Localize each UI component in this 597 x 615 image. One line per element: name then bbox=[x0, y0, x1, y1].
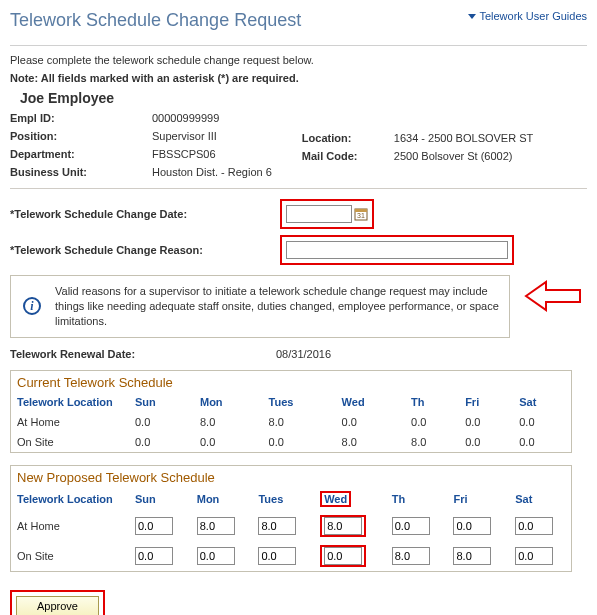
wed-header-highlight: Wed bbox=[320, 491, 351, 507]
schedule-cell bbox=[386, 541, 448, 571]
schedule-cell bbox=[191, 541, 253, 571]
col-header-location: Telework Location bbox=[11, 487, 129, 511]
current-schedule-table: Telework LocationSunMonTuesWedThFriSat A… bbox=[11, 392, 571, 452]
mail-code-label: Mail Code: bbox=[302, 150, 382, 162]
schedule-input[interactable] bbox=[453, 517, 491, 535]
empl-id-value: 00000999999 bbox=[152, 112, 272, 124]
col-header-th: Th bbox=[386, 487, 448, 511]
wed-cell-highlight bbox=[320, 515, 366, 537]
info-icon: i bbox=[23, 297, 41, 315]
schedule-input[interactable] bbox=[135, 517, 173, 535]
location-value: 1634 - 2500 BOLSOVER ST bbox=[394, 132, 533, 144]
col-header-sat: Sat bbox=[513, 392, 571, 412]
svg-marker-3 bbox=[526, 282, 580, 310]
col-header-fri: Fri bbox=[447, 487, 509, 511]
schedule-input[interactable] bbox=[258, 517, 296, 535]
section-divider bbox=[10, 188, 587, 189]
table-row: On Site bbox=[11, 541, 571, 571]
col-header-tues: Tues bbox=[252, 487, 314, 511]
page-title: Telework Schedule Change Request bbox=[10, 10, 301, 37]
schedule-input[interactable] bbox=[453, 547, 491, 565]
col-header-wed: Wed bbox=[314, 487, 386, 511]
col-header-fri: Fri bbox=[459, 392, 513, 412]
schedule-cell bbox=[314, 541, 386, 571]
change-date-highlight: 31 bbox=[280, 199, 374, 229]
calendar-icon[interactable]: 31 bbox=[354, 207, 368, 221]
schedule-cell bbox=[386, 511, 448, 541]
business-unit-label: Business Unit: bbox=[10, 166, 140, 178]
schedule-input[interactable] bbox=[515, 547, 553, 565]
current-schedule-title: Current Telework Schedule bbox=[11, 371, 571, 392]
change-date-label: *Telework Schedule Change Date: bbox=[10, 208, 280, 220]
col-header-tues: Tues bbox=[263, 392, 336, 412]
svg-text:31: 31 bbox=[357, 212, 365, 219]
col-header-mon: Mon bbox=[191, 487, 253, 511]
schedule-cell bbox=[129, 541, 191, 571]
schedule-cell bbox=[252, 511, 314, 541]
telework-user-guides-link[interactable]: Telework User Guides bbox=[468, 10, 587, 22]
wed-cell-highlight bbox=[320, 545, 366, 567]
schedule-cell: 8.0 bbox=[194, 412, 263, 432]
schedule-input[interactable] bbox=[135, 547, 173, 565]
info-box: i Valid reasons for a supervisor to init… bbox=[10, 275, 510, 338]
schedule-input[interactable] bbox=[197, 517, 235, 535]
schedule-cell: 0.0 bbox=[459, 412, 513, 432]
schedule-cell: 0.0 bbox=[129, 412, 194, 432]
approve-highlight: Approve bbox=[10, 590, 105, 615]
change-date-input[interactable] bbox=[286, 205, 352, 223]
renewal-date-label: Telework Renewal Date: bbox=[10, 348, 276, 360]
department-label: Department: bbox=[10, 148, 140, 160]
current-schedule-panel: Current Telework Schedule Telework Locat… bbox=[10, 370, 572, 453]
instruction-line-2: Note: All fields marked with an asterisk… bbox=[10, 72, 587, 84]
change-reason-input[interactable] bbox=[286, 241, 508, 259]
schedule-cell: 0.0 bbox=[513, 412, 571, 432]
proposed-schedule-panel: New Proposed Telework Schedule Telework … bbox=[10, 465, 572, 572]
change-reason-highlight bbox=[280, 235, 514, 265]
col-header-sun: Sun bbox=[129, 487, 191, 511]
schedule-input[interactable] bbox=[197, 547, 235, 565]
empl-id-label: Empl ID: bbox=[10, 112, 140, 124]
schedule-input[interactable] bbox=[324, 517, 362, 535]
schedule-cell: 8.0 bbox=[405, 432, 459, 452]
schedule-cell bbox=[191, 511, 253, 541]
row-location: On Site bbox=[11, 541, 129, 571]
department-value: FBSSCPS06 bbox=[152, 148, 272, 160]
schedule-cell bbox=[509, 511, 571, 541]
table-row: On Site0.00.00.08.08.00.00.0 bbox=[11, 432, 571, 452]
row-location: On Site bbox=[11, 432, 129, 452]
schedule-input[interactable] bbox=[392, 547, 430, 565]
schedule-cell: 0.0 bbox=[513, 432, 571, 452]
business-unit-value: Houston Dist. - Region 6 bbox=[152, 166, 272, 178]
schedule-cell: 8.0 bbox=[263, 412, 336, 432]
divider bbox=[10, 45, 587, 46]
schedule-input[interactable] bbox=[392, 517, 430, 535]
employee-info: Empl ID: 00000999999 Position: Superviso… bbox=[10, 112, 587, 178]
schedule-cell bbox=[447, 511, 509, 541]
table-row: At Home0.08.08.00.00.00.00.0 bbox=[11, 412, 571, 432]
guides-link-label: Telework User Guides bbox=[479, 10, 587, 22]
schedule-cell: 0.0 bbox=[194, 432, 263, 452]
schedule-cell: 0.0 bbox=[405, 412, 459, 432]
proposed-schedule-title: New Proposed Telework Schedule bbox=[11, 466, 571, 487]
col-header-wed: Wed bbox=[336, 392, 405, 412]
col-header-sun: Sun bbox=[129, 392, 194, 412]
change-reason-label: *Telework Schedule Change Reason: bbox=[10, 244, 280, 256]
instruction-line-1: Please complete the telework schedule ch… bbox=[10, 54, 587, 66]
row-location: At Home bbox=[11, 412, 129, 432]
row-location: At Home bbox=[11, 511, 129, 541]
position-value: Supervisor III bbox=[152, 130, 272, 142]
schedule-cell: 0.0 bbox=[459, 432, 513, 452]
table-row: At Home bbox=[11, 511, 571, 541]
approve-button[interactable]: Approve bbox=[16, 596, 99, 615]
employee-name: Joe Employee bbox=[20, 90, 587, 106]
proposed-schedule-table: Telework LocationSunMonTuesWedThFriSat A… bbox=[11, 487, 571, 571]
annotation-arrow-icon bbox=[524, 278, 584, 314]
schedule-input[interactable] bbox=[515, 517, 553, 535]
schedule-cell bbox=[129, 511, 191, 541]
schedule-cell: 0.0 bbox=[336, 412, 405, 432]
location-label: Location: bbox=[302, 132, 382, 144]
renewal-date-value: 08/31/2016 bbox=[276, 348, 331, 360]
mail-code-value: 2500 Bolsover St (6002) bbox=[394, 150, 533, 162]
schedule-input[interactable] bbox=[258, 547, 296, 565]
schedule-input[interactable] bbox=[324, 547, 362, 565]
